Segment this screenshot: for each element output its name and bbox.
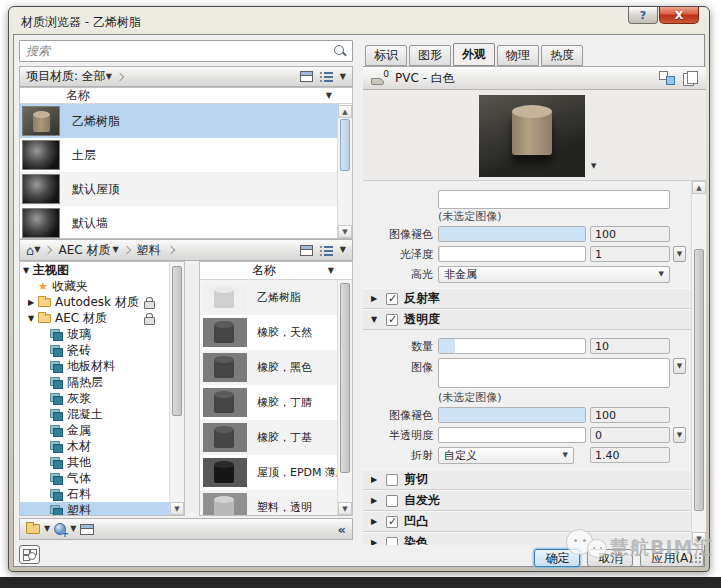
tab-appearance[interactable]: 外观 bbox=[453, 43, 495, 66]
expand-expander-icon[interactable]: ▶ bbox=[28, 298, 38, 307]
image-fade-value[interactable]: 100 bbox=[590, 226, 670, 242]
translucency-slider[interactable] bbox=[438, 427, 586, 443]
scroll-down-icon[interactable]: ▼ bbox=[692, 532, 706, 545]
project-material-row[interactable]: 默认屋顶 bbox=[20, 172, 339, 206]
tree-category-stone[interactable]: 石料 bbox=[20, 486, 170, 502]
library-material-row[interactable]: 橡胶，丁腈 bbox=[200, 385, 339, 420]
project-material-row[interactable]: 默认墙 bbox=[20, 206, 339, 239]
scroll-down-icon[interactable]: ▼ bbox=[170, 502, 184, 515]
project-materials-header[interactable]: 项目材质: 全部 ▼ ▼ bbox=[19, 66, 353, 87]
section-reflectivity[interactable]: ▶ 反射率 bbox=[363, 288, 691, 309]
generic-image-field[interactable] bbox=[438, 190, 670, 209]
view-options-dropdown-icon[interactable]: ▼ bbox=[340, 73, 346, 81]
expand-expander-icon[interactable]: ▶ bbox=[371, 496, 380, 505]
translucency-dropdown-icon[interactable]: ▼ bbox=[673, 427, 686, 443]
tab-graphics[interactable]: 图形 bbox=[409, 45, 451, 66]
library-name-column-header[interactable]: 名称 ▼ bbox=[200, 262, 352, 280]
create-material-icon[interactable] bbox=[54, 523, 66, 535]
sort-dropdown-icon[interactable]: ▼ bbox=[328, 267, 334, 275]
section-cutouts[interactable]: ▶ 剪切 bbox=[363, 469, 691, 490]
translucency-value[interactable]: 0 bbox=[590, 427, 670, 443]
section-bump[interactable]: ▶ 凹凸 bbox=[363, 511, 691, 532]
bump-checkbox[interactable] bbox=[386, 516, 398, 528]
cutouts-checkbox[interactable] bbox=[386, 474, 398, 486]
glossiness-dropdown-icon[interactable]: ▼ bbox=[673, 246, 686, 262]
preview-options-dropdown-icon[interactable]: ▼ bbox=[591, 162, 596, 170]
resize-grip[interactable] bbox=[691, 553, 701, 563]
replace-asset-icon[interactable] bbox=[659, 71, 675, 85]
scrollbar-thumb[interactable] bbox=[694, 249, 704, 511]
refraction-value[interactable]: 1.40 bbox=[590, 447, 670, 463]
tree-category-insulation[interactable]: 隔热层 bbox=[20, 374, 170, 390]
breadcrumb-category[interactable]: 塑料 bbox=[137, 242, 161, 259]
section-transparency[interactable]: ▼ 透明度 bbox=[363, 309, 691, 330]
chevron-down-icon[interactable]: ▼ bbox=[106, 73, 112, 81]
glossiness-value[interactable]: 1 bbox=[590, 246, 670, 262]
tab-identity[interactable]: 标识 bbox=[365, 45, 407, 66]
home-icon[interactable]: ⌂ bbox=[26, 244, 34, 257]
transparency-image-fade-value[interactable]: 100 bbox=[590, 407, 670, 423]
grid-view-icon[interactable] bbox=[300, 245, 313, 256]
tree-category-plastics-selected[interactable]: 塑料 bbox=[20, 502, 170, 516]
refraction-mode-dropdown[interactable]: 自定义 ▼ bbox=[438, 447, 574, 464]
tab-physical[interactable]: 物理 bbox=[497, 45, 539, 66]
highlights-dropdown[interactable]: 非金属 ▼ bbox=[438, 266, 670, 283]
transparency-amount-value[interactable]: 10 bbox=[590, 338, 670, 354]
transparency-image-dropdown-icon[interactable]: ▼ bbox=[673, 358, 686, 374]
library-material-row[interactable]: 橡胶，天然 bbox=[200, 315, 339, 350]
list-view-icon[interactable] bbox=[320, 71, 333, 82]
tree-category-mortar[interactable]: 灰浆 bbox=[20, 390, 170, 406]
properties-scrollbar[interactable]: ▲ ▼ bbox=[691, 181, 706, 545]
project-name-column-header[interactable]: 名称 ▼ bbox=[20, 88, 352, 104]
collapse-library-button[interactable]: « bbox=[338, 522, 346, 537]
project-material-row-vinyl-resin[interactable]: 乙烯树脂 bbox=[20, 104, 339, 138]
chevron-down-icon[interactable]: ▼ bbox=[112, 246, 118, 254]
library-panel-icon[interactable] bbox=[80, 524, 94, 535]
dropdown-arrow-icon[interactable]: ▼ bbox=[44, 525, 50, 533]
tree-item-aec-materials[interactable]: ▼ AEC 材质 bbox=[20, 310, 170, 326]
expand-expander-icon[interactable]: ▶ bbox=[371, 294, 380, 303]
tree-category-ceramic[interactable]: 瓷砖 bbox=[20, 342, 170, 358]
material-preview-image[interactable] bbox=[479, 95, 585, 177]
chevron-down-icon[interactable]: ▼ bbox=[34, 246, 40, 254]
tree-item-favorites[interactable]: ★ 收藏夹 bbox=[20, 278, 170, 294]
collapse-expander-icon[interactable]: ▼ bbox=[371, 315, 380, 324]
tree-category-concrete[interactable]: 混凝土 bbox=[20, 406, 170, 422]
list-view-icon[interactable] bbox=[320, 245, 333, 256]
tree-category-metal[interactable]: 金属 bbox=[20, 422, 170, 438]
cancel-button[interactable]: 取消 bbox=[587, 549, 633, 567]
tree-item-home-view[interactable]: ▼ 主视图 bbox=[20, 262, 170, 278]
project-list-scrollbar[interactable]: ▲ ▼ bbox=[337, 105, 352, 238]
expand-expander-icon[interactable]: ▶ bbox=[371, 538, 380, 545]
ok-button[interactable]: 确定 bbox=[534, 549, 580, 567]
expand-expander-icon[interactable]: ▶ bbox=[371, 475, 380, 484]
scroll-up-icon[interactable]: ▲ bbox=[692, 181, 706, 194]
library-material-row[interactable]: 乙烯树脂 bbox=[200, 280, 339, 315]
tab-thermal[interactable]: 热度 bbox=[541, 45, 583, 66]
options-grid-icon[interactable] bbox=[19, 545, 40, 564]
duplicate-asset-icon[interactable] bbox=[683, 71, 698, 86]
scrollbar-thumb[interactable] bbox=[172, 266, 182, 416]
dropdown-arrow-icon[interactable]: ▼ bbox=[70, 525, 76, 533]
library-list-scrollbar[interactable]: ▼ bbox=[337, 280, 352, 515]
view-options-dropdown-icon[interactable]: ▼ bbox=[340, 246, 346, 254]
scrollbar-thumb[interactable] bbox=[340, 283, 350, 473]
collapse-expander-icon[interactable]: ▼ bbox=[23, 266, 33, 275]
glossiness-slider[interactable] bbox=[438, 246, 586, 262]
self-illumination-checkbox[interactable] bbox=[386, 495, 398, 507]
tree-category-wood[interactable]: 木材 bbox=[20, 438, 170, 454]
section-self-illumination[interactable]: ▶ 自发光 bbox=[363, 490, 691, 511]
breadcrumb-library[interactable]: AEC 材质 bbox=[58, 242, 110, 259]
collapse-expander-icon[interactable]: ▼ bbox=[28, 314, 38, 323]
section-tint[interactable]: ▶ 染色 bbox=[363, 532, 691, 545]
sort-dropdown-icon[interactable]: ▼ bbox=[326, 92, 332, 100]
transparency-image-fade-slider[interactable] bbox=[438, 407, 586, 423]
help-button[interactable]: ? bbox=[628, 7, 658, 24]
close-button[interactable]: X bbox=[659, 7, 699, 24]
transparency-checkbox[interactable] bbox=[386, 314, 398, 326]
scroll-down-icon[interactable]: ▼ bbox=[338, 225, 352, 238]
grid-view-icon[interactable] bbox=[300, 71, 313, 82]
search-input[interactable] bbox=[20, 44, 332, 58]
library-material-row[interactable]: 塑料，透明 bbox=[200, 490, 339, 516]
manage-library-icon[interactable] bbox=[26, 524, 40, 534]
